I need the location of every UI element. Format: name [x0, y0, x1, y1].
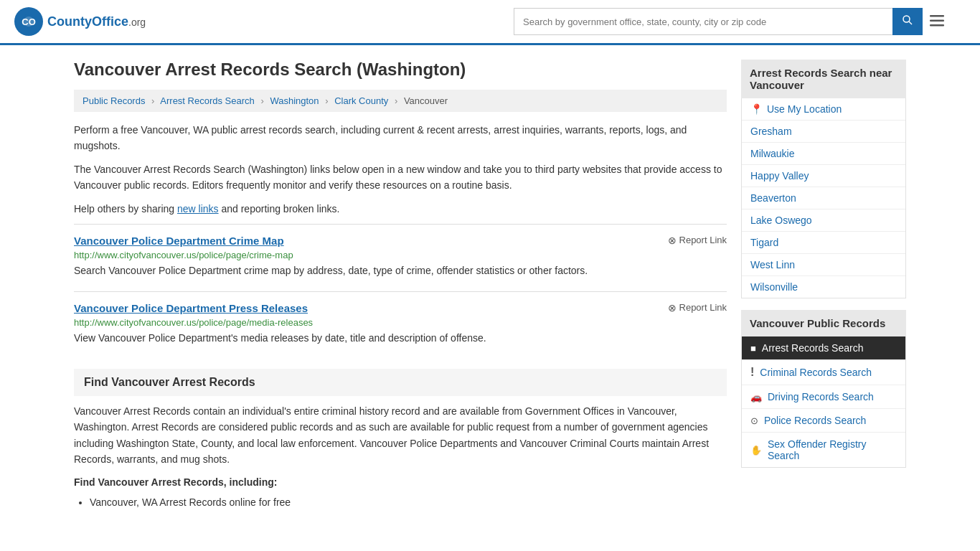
- pub-rec-item-0[interactable]: ■ Arrest Records Search: [742, 336, 905, 360]
- use-my-location-link[interactable]: Use My Location: [767, 103, 842, 115]
- report-icon-2: ⊗: [668, 302, 677, 314]
- bullet-list: Vancouver, WA Arrest Records online for …: [74, 494, 727, 512]
- svg-rect-7: [930, 24, 944, 27]
- pub-rec-item-1[interactable]: ! Criminal Records Search: [742, 360, 905, 385]
- resource-url-2[interactable]: http://www.cityofvancouver.us/police/pag…: [74, 317, 727, 328]
- breadcrumb-sep-3: ›: [325, 95, 328, 106]
- nearby-city-7[interactable]: Wilsonville: [742, 276, 905, 298]
- breadcrumb-public-records[interactable]: Public Records: [83, 95, 145, 106]
- resource-card-1: Vancouver Police Department Crime Map ⊗ …: [74, 224, 727, 288]
- public-records-list: ■ Arrest Records Search ! Criminal Recor…: [741, 336, 906, 468]
- pub-rec-item-3[interactable]: ⊙ Police Records Search: [742, 409, 905, 433]
- svg-text:CO: CO: [22, 17, 36, 27]
- resource-card-2: Vancouver Police Department Press Releas…: [74, 291, 727, 356]
- resource-desc-2: View Vancouver Police Department's media…: [74, 331, 727, 346]
- police-records-icon: ⊙: [750, 415, 758, 426]
- nearby-city-5[interactable]: Tigard: [742, 232, 905, 254]
- report-link-2[interactable]: ⊗ Report Link: [668, 302, 727, 314]
- search-bar: [514, 8, 944, 35]
- logo[interactable]: CO CountyOffice.org: [14, 7, 146, 36]
- find-section-heading: Find Vancouver Arrest Records: [74, 369, 727, 396]
- criminal-records-icon: !: [750, 366, 754, 379]
- breadcrumb-sep-2: ›: [260, 95, 263, 106]
- pub-rec-item-2[interactable]: 🚗 Driving Records Search: [742, 385, 905, 409]
- logo-text: CountyOffice.org: [47, 14, 146, 29]
- logo-icon: CO: [14, 7, 43, 36]
- nearby-cities-list: 📍 Use My Location Gresham Milwaukie Happ…: [741, 98, 906, 298]
- search-input[interactable]: [514, 8, 892, 35]
- svg-point-3: [903, 16, 910, 22]
- find-desc: Vancouver Arrest Records contain an indi…: [74, 403, 727, 468]
- breadcrumb-sep-4: ›: [395, 95, 397, 106]
- use-my-location[interactable]: 📍 Use My Location: [742, 98, 905, 121]
- breadcrumb-clark-county[interactable]: Clark County: [334, 95, 388, 106]
- search-button[interactable]: [892, 8, 923, 35]
- arrest-records-icon: ■: [750, 343, 756, 354]
- sidebar: Arrest Records Search near Vancouver 📍 U…: [741, 60, 906, 512]
- desc-para-3: Help others by sharing new links and rep…: [74, 201, 727, 217]
- resource-desc-1: Search Vancouver Police Department crime…: [74, 263, 727, 278]
- resource-url-1[interactable]: http://www.cityofvancouver.us/police/pag…: [74, 250, 727, 260]
- criminal-records-link[interactable]: Criminal Records Search: [760, 367, 872, 378]
- nearby-city-3[interactable]: Beaverton: [742, 187, 905, 209]
- breadcrumb-washington[interactable]: Washington: [270, 95, 319, 106]
- nearby-city-2[interactable]: Happy Valley: [742, 165, 905, 187]
- new-links[interactable]: new links: [177, 203, 219, 215]
- nearby-city-6[interactable]: West Linn: [742, 254, 905, 276]
- menu-button[interactable]: [930, 12, 944, 31]
- svg-rect-5: [930, 15, 944, 17]
- svg-line-4: [909, 22, 912, 24]
- desc-para-2: The Vancouver Arrest Records Search (Was…: [74, 161, 727, 194]
- resource-title-1[interactable]: Vancouver Police Department Crime Map: [74, 235, 284, 247]
- breadcrumb-vancouver: Vancouver: [404, 95, 448, 106]
- find-subtitle: Find Vancouver Arrest Records, including…: [74, 476, 727, 488]
- sex-offender-link[interactable]: Sex Offender Registry Search: [768, 438, 897, 461]
- arrest-records-link[interactable]: Arrest Records Search: [762, 342, 864, 354]
- page-title: Vancouver Arrest Records Search (Washing…: [74, 60, 727, 80]
- sex-offender-icon: ✋: [750, 445, 762, 456]
- sidebar-nearby-title: Arrest Records Search near Vancouver: [741, 60, 906, 98]
- list-item: Vancouver, WA Arrest Records online for …: [90, 494, 727, 512]
- nearby-city-4[interactable]: Lake Oswego: [742, 209, 905, 232]
- driving-records-icon: 🚗: [750, 392, 762, 402]
- sidebar-public-records-title: Vancouver Public Records: [741, 310, 906, 336]
- breadcrumb-arrest-records-search[interactable]: Arrest Records Search: [160, 95, 255, 106]
- report-link-1[interactable]: ⊗ Report Link: [668, 235, 727, 246]
- nearby-city-1[interactable]: Milwaukie: [742, 143, 905, 165]
- driving-records-link[interactable]: Driving Records Search: [768, 391, 874, 402]
- pin-icon: 📍: [750, 103, 763, 115]
- breadcrumb-sep-1: ›: [151, 95, 154, 106]
- pub-rec-item-4[interactable]: ✋ Sex Offender Registry Search: [742, 433, 905, 467]
- report-icon-1: ⊗: [668, 235, 677, 246]
- breadcrumb: Public Records › Arrest Records Search ›…: [74, 90, 727, 112]
- svg-rect-6: [930, 20, 944, 22]
- police-records-link[interactable]: Police Records Search: [764, 415, 866, 426]
- nearby-city-0[interactable]: Gresham: [742, 121, 905, 143]
- resource-title-2[interactable]: Vancouver Police Department Press Releas…: [74, 302, 308, 314]
- desc-para-1: Perform a free Vancouver, WA public arre…: [74, 122, 727, 154]
